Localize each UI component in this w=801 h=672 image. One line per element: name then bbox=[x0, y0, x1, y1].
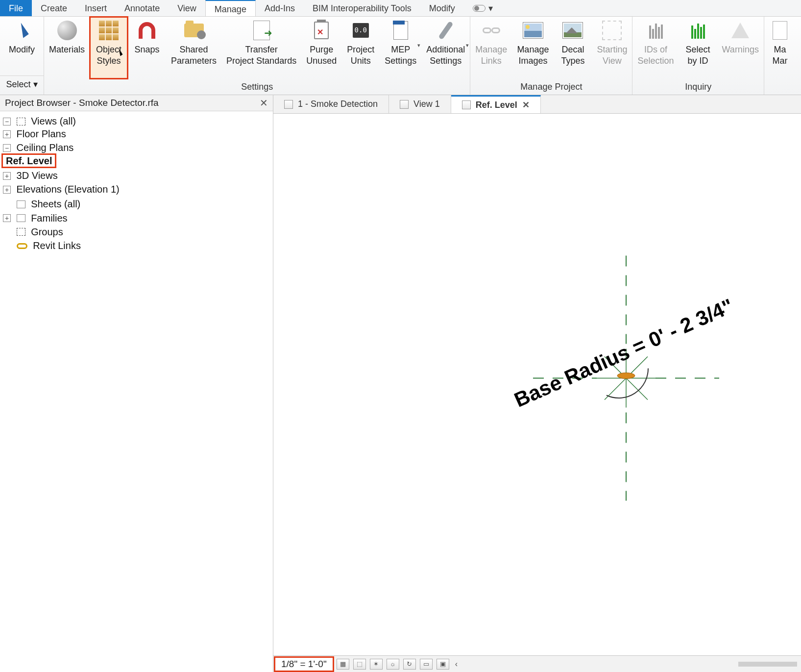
menu-annotate[interactable]: Annotate bbox=[116, 0, 169, 16]
ids-of-selection-label: IDs of Selection bbox=[637, 44, 674, 66]
menu-manage[interactable]: Manage bbox=[205, 0, 256, 16]
model-display-icon[interactable]: ⬚ bbox=[353, 659, 366, 670]
tab-smoke-detection[interactable]: 1 - Smoke Detection bbox=[273, 95, 389, 113]
tab-ref-level[interactable]: Ref. Level ✕ bbox=[451, 95, 541, 113]
modify-button[interactable]: Modify bbox=[0, 17, 44, 75]
tree-sheets[interactable]: Sheets (all) bbox=[31, 199, 80, 210]
object-styles-button[interactable]: Object Styles bbox=[90, 17, 128, 79]
menu-modify[interactable]: Modify bbox=[420, 0, 464, 16]
view-scale[interactable]: 1/8" = 1'-0" bbox=[275, 658, 333, 671]
view-control-bar: 1/8" = 1'-0" ▦ ⬚ ✶ ☼ ↻ ▭ ▣ ‹ bbox=[273, 655, 801, 672]
select-dropdown[interactable]: Select ▾ bbox=[0, 75, 44, 93]
tree-views[interactable]: Views (all) bbox=[31, 116, 76, 126]
shared-parameters-label: Shared Parameters bbox=[171, 44, 217, 66]
additional-settings-button[interactable]: Additional Settings ▾ bbox=[421, 17, 470, 79]
menu-bim[interactable]: BIM Interoperability Tools bbox=[304, 0, 420, 16]
ribbon-inquiry-panel: IDs of Selection Select by ID Warnings I… bbox=[632, 17, 764, 95]
ids-of-selection-button: IDs of Selection bbox=[632, 17, 679, 79]
inquiry-title: Inquiry bbox=[632, 79, 763, 95]
document-tabs: 1 - Smoke Detection View 1 Ref. Level ✕ bbox=[273, 95, 801, 114]
tab3-label: Ref. Level bbox=[476, 100, 517, 110]
overflow-label: Ma Mar bbox=[772, 44, 787, 66]
sheet-icon bbox=[17, 200, 25, 208]
project-browser: Project Browser - Smoke Detector.rfa ✕ −… bbox=[0, 95, 273, 672]
ribbon-select-panel: Modify Select ▾ bbox=[0, 17, 44, 95]
collapse-icon[interactable]: − bbox=[3, 144, 11, 152]
tree-ceiling-plans[interactable]: Ceiling Plans bbox=[17, 143, 74, 153]
tree-3d-views[interactable]: 3D Views bbox=[17, 170, 58, 181]
select-by-id-button[interactable]: Select by ID bbox=[679, 17, 717, 79]
expand-icon[interactable]: + bbox=[3, 130, 11, 138]
folder-icon bbox=[184, 24, 204, 37]
tab-view1[interactable]: View 1 bbox=[389, 95, 451, 113]
shadows-icon[interactable]: ↻ bbox=[403, 659, 416, 670]
sheet-icon: ➜ bbox=[253, 21, 270, 40]
scroll-left-icon[interactable]: ‹ bbox=[455, 660, 458, 669]
barcode-icon bbox=[649, 22, 663, 39]
menu-addins[interactable]: Add-Ins bbox=[256, 0, 304, 16]
project-units-button[interactable]: 0.0 Project Units bbox=[341, 17, 380, 79]
manage-images-button[interactable]: Manage Images bbox=[512, 17, 554, 79]
purge-unused-button[interactable]: ✕ Purge Unused bbox=[301, 17, 341, 79]
additional-settings-label: Additional Settings bbox=[426, 44, 465, 66]
dimension-text: Base Radius = 0' - 2 3/4" bbox=[511, 294, 737, 412]
mep-settings-button[interactable]: MEP Settings ▾ bbox=[380, 17, 421, 79]
grid-icon bbox=[99, 21, 119, 40]
object-styles-label: Object Styles bbox=[96, 44, 121, 66]
tree-floor-plans[interactable]: Floor Plans bbox=[17, 128, 66, 139]
chain-icon bbox=[483, 27, 500, 33]
transfer-project-standards-button[interactable]: ➜ Transfer Project Standards bbox=[221, 17, 301, 79]
sun-path-icon[interactable]: ☼ bbox=[387, 659, 399, 670]
close-icon[interactable]: ✕ bbox=[522, 100, 530, 110]
menu-file[interactable]: File bbox=[0, 0, 32, 16]
magnet-icon bbox=[139, 22, 155, 39]
modify-label: Modify bbox=[9, 44, 35, 55]
main-menu: File Create Insert Annotate View Manage … bbox=[0, 0, 801, 17]
svg-point-8 bbox=[617, 373, 635, 379]
project-browser-tree[interactable]: − Views (all) + Floor Plans − Ceiling Pl… bbox=[0, 111, 273, 672]
snaps-button[interactable]: Snaps bbox=[128, 17, 166, 79]
expand-icon[interactable]: + bbox=[3, 214, 11, 222]
crop-view-icon[interactable]: ▭ bbox=[420, 659, 433, 670]
tree-families[interactable]: Families bbox=[31, 213, 67, 224]
collapse-icon[interactable]: − bbox=[3, 118, 11, 125]
manage-project-title: Manage Project bbox=[470, 79, 632, 95]
tree-spacer bbox=[3, 242, 11, 250]
tree-revit-links[interactable]: Revit Links bbox=[33, 240, 81, 251]
chevron-down-icon: ▾ bbox=[488, 3, 493, 14]
sphere-icon bbox=[57, 21, 77, 40]
warning-icon bbox=[731, 23, 749, 38]
horizontal-scrollbar[interactable] bbox=[738, 662, 797, 667]
manage-links-label: Manage Links bbox=[475, 44, 507, 66]
transfer-project-standards-label: Transfer Project Standards bbox=[226, 44, 296, 66]
detail-level-icon[interactable]: ▦ bbox=[337, 659, 349, 670]
menu-view[interactable]: View bbox=[169, 0, 205, 16]
warnings-label: Warnings bbox=[722, 44, 759, 55]
starting-view-button: Starting View bbox=[592, 17, 632, 79]
menu-extra[interactable]: ▾ bbox=[464, 0, 502, 16]
tree-elevations[interactable]: Elevations (Elevation 1) bbox=[17, 184, 120, 195]
shared-parameters-button[interactable]: Shared Parameters bbox=[166, 17, 221, 79]
units-icon: 0.0 bbox=[353, 23, 369, 38]
groups-icon bbox=[17, 228, 25, 236]
starting-view-label: Starting View bbox=[597, 44, 627, 66]
materials-button[interactable]: Materials bbox=[44, 17, 90, 79]
workspace: 1 - Smoke Detection View 1 Ref. Level ✕ bbox=[273, 95, 801, 672]
overflow-button[interactable]: Ma Mar bbox=[764, 17, 796, 79]
menu-insert[interactable]: Insert bbox=[76, 0, 116, 16]
visibility-icon[interactable]: ✶ bbox=[370, 659, 383, 670]
drawing-canvas[interactable]: Base Radius = 0' - 2 3/4" 1/8" = 1'-0" ▦… bbox=[273, 114, 801, 672]
expand-icon[interactable]: + bbox=[3, 172, 11, 180]
tree-groups[interactable]: Groups bbox=[31, 226, 63, 237]
close-icon[interactable]: ✕ bbox=[260, 97, 268, 109]
barcode-green-icon bbox=[691, 22, 705, 39]
crop-region-icon[interactable]: ▣ bbox=[437, 659, 449, 670]
page-icon bbox=[773, 21, 787, 40]
expand-icon[interactable]: + bbox=[3, 186, 11, 194]
tree-ref-level[interactable]: Ref. Level bbox=[3, 155, 55, 167]
drawing-svg: Base Radius = 0' - 2 3/4" bbox=[273, 114, 801, 672]
tab-icon bbox=[284, 100, 293, 109]
menu-create[interactable]: Create bbox=[32, 0, 76, 16]
decal-types-button[interactable]: Decal Types bbox=[554, 17, 592, 79]
project-units-label: Project Units bbox=[347, 44, 374, 66]
